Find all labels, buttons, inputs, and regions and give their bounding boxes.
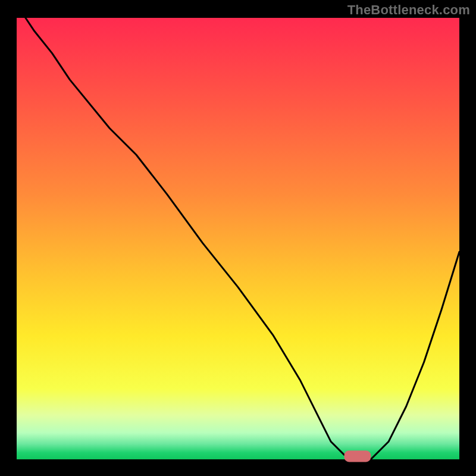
watermark-text: TheBottleneck.com bbox=[347, 2, 470, 18]
chart-frame: TheBottleneck.com bbox=[0, 0, 476, 476]
plot-background bbox=[17, 18, 459, 459]
bottleneck-chart bbox=[0, 0, 476, 476]
optimal-marker bbox=[345, 450, 371, 462]
